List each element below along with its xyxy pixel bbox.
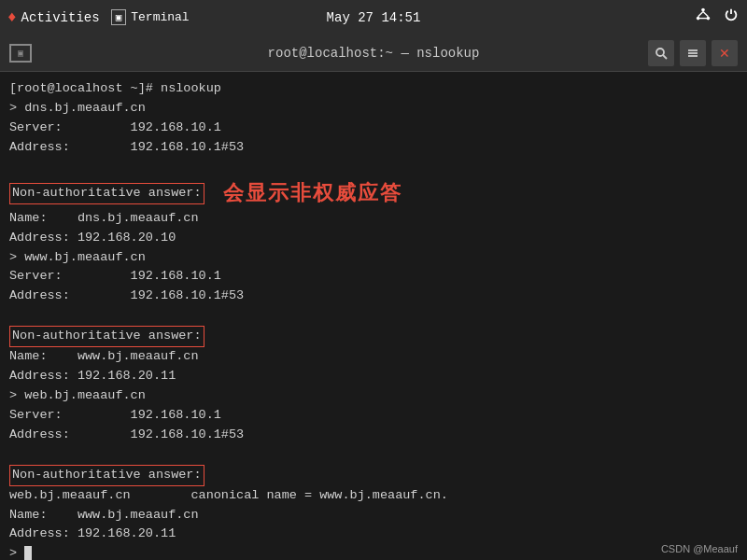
terminal-controls: ✕ bbox=[648, 40, 738, 66]
terminal-menu-button[interactable] bbox=[680, 40, 706, 66]
term-line-3: Server: 192.168.10.1 bbox=[9, 119, 738, 138]
term-line-10: Address: 192.168.10.1#53 bbox=[9, 287, 738, 306]
terminal-content[interactable]: [root@localhost ~]# nslookup > dns.bj.me… bbox=[0, 72, 747, 560]
non-auth-box-2: Non-authoritative answer: bbox=[9, 326, 204, 347]
term-nonauth-1: Non-authoritative answer:会显示非权威应答 bbox=[9, 177, 738, 209]
term-line-19: Name: www.bj.meaauf.cn bbox=[9, 506, 738, 525]
terminal-window-icon: ▣ bbox=[111, 9, 127, 25]
term-line-14: > web.bj.meaauf.cn bbox=[9, 386, 738, 406]
svg-line-7 bbox=[663, 55, 667, 59]
network-icon[interactable] bbox=[695, 7, 712, 28]
terminal-window: ▣ root@localhost:~ — nslookup ✕ [root@lo bbox=[0, 35, 747, 560]
term-line-4: Address: 192.168.10.1#53 bbox=[9, 138, 738, 158]
top-bar-right bbox=[695, 7, 740, 28]
terminal-cursor bbox=[24, 546, 32, 560]
term-line-16: Address: 192.168.10.1#53 bbox=[9, 426, 738, 445]
power-icon[interactable] bbox=[723, 7, 740, 28]
activities-label: Activities bbox=[21, 10, 100, 25]
term-line-5 bbox=[9, 158, 738, 177]
top-bar-datetime: May 27 14:51 bbox=[327, 10, 421, 25]
term-nonauth-3: Non-authoritative answer: bbox=[9, 465, 738, 486]
top-bar-left: ♦ Activities ▣ Terminal bbox=[7, 9, 190, 26]
terminal-titlebar: ▣ root@localhost:~ — nslookup ✕ bbox=[0, 35, 747, 72]
terminal-indicator[interactable]: ▣ Terminal bbox=[111, 9, 190, 25]
term-line-11 bbox=[9, 306, 738, 326]
term-line-13: Address: 192.168.20.11 bbox=[9, 367, 738, 386]
term-line-2: > dns.bj.meaauf.cn bbox=[9, 99, 738, 119]
activities-button[interactable]: ♦ Activities bbox=[7, 9, 100, 26]
term-line-20: Address: 192.168.20.11 bbox=[9, 525, 738, 544]
term-line-18: web.bj.meaauf.cn canonical name = www.bj… bbox=[9, 486, 738, 506]
term-line-15: Server: 192.168.10.1 bbox=[9, 406, 738, 426]
svg-line-3 bbox=[698, 11, 703, 16]
svg-point-6 bbox=[656, 49, 664, 56]
annotation-text: 会显示非权威应答 bbox=[223, 181, 402, 204]
top-bar: ♦ Activities ▣ Terminal May 27 14:51 bbox=[0, 0, 747, 35]
activities-icon: ♦ bbox=[7, 9, 17, 26]
term-line-17 bbox=[9, 445, 738, 465]
term-prompt-last: > bbox=[9, 544, 738, 560]
term-line-8: > www.bj.meaauf.cn bbox=[9, 248, 738, 268]
terminal-window-icon-box: ▣ bbox=[9, 44, 32, 63]
term-nonauth-2: Non-authoritative answer: bbox=[9, 326, 738, 347]
term-line-12: Name: www.bj.meaauf.cn bbox=[9, 347, 738, 367]
non-auth-box-3: Non-authoritative answer: bbox=[9, 465, 204, 486]
watermark: CSDN @Meaauf bbox=[661, 543, 738, 554]
terminal-title: root@localhost:~ — nslookup bbox=[268, 46, 480, 61]
terminal-indicator-label: Terminal bbox=[131, 10, 189, 24]
term-line-9: Server: 192.168.10.1 bbox=[9, 267, 738, 287]
term-line-1: [root@localhost ~]# nslookup bbox=[9, 79, 738, 99]
non-auth-box-1: Non-authoritative answer: bbox=[9, 183, 204, 204]
term-line-7: Address: 192.168.20.10 bbox=[9, 229, 738, 248]
terminal-search-button[interactable] bbox=[648, 40, 674, 66]
svg-line-4 bbox=[703, 11, 708, 16]
term-line-6: Name: dns.bj.meaauf.cn bbox=[9, 209, 738, 229]
terminal-icon-area: ▣ bbox=[9, 44, 32, 63]
terminal-close-button[interactable]: ✕ bbox=[712, 40, 738, 66]
svg-point-0 bbox=[701, 8, 705, 12]
